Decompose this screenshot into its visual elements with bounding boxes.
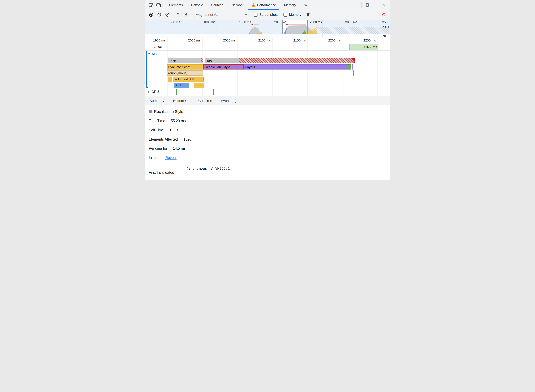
summary-row-value: 55.20 ms (171, 119, 186, 123)
tab-sources[interactable]: Sources (207, 0, 227, 10)
long-task-band (254, 24, 258, 25)
profile-select[interactable]: jlwagner.net #1 ▼ (193, 13, 249, 17)
devtools-tabbar: Elements Console Sources Network ! Perfo… (145, 0, 390, 10)
tab-event-log[interactable]: Event Log (216, 96, 241, 105)
long-task-marker (252, 24, 253, 25)
frames-track-label: Frames (150, 45, 162, 49)
tab-call-tree-label: Call Tree (198, 99, 212, 103)
details-tabbar: Summary Bottom-Up Call Tree Event Log (145, 96, 390, 105)
event-script-small[interactable] (168, 77, 172, 82)
event-legend: Recalculate Style (149, 109, 183, 114)
event-anonymous[interactable]: (anonymous) (167, 70, 203, 76)
collapse-open-icon: ▼ (148, 53, 150, 55)
tab-performance-label: Performance (257, 3, 276, 7)
gpu-activity (213, 89, 214, 95)
tab-performance[interactable]: ! Performance (248, 0, 280, 10)
first-invalidated-code: (anonymous) @ (186, 167, 215, 170)
event-sliver[interactable] (353, 70, 354, 76)
record-button[interactable] (147, 11, 155, 19)
event-task[interactable]: Task (168, 58, 203, 63)
device-toolbar-icon[interactable] (155, 1, 162, 9)
summary-row: Elements Affected 1520 (149, 137, 191, 141)
chevron-double-right-icon: » (304, 3, 307, 8)
profile-select-value: jlwagner.net #1 (195, 13, 218, 17)
selection-handle-right[interactable] (307, 20, 308, 34)
event-set-innerhtml[interactable]: set innerHTML (173, 77, 204, 82)
summary-row-label: Elements Affected (149, 137, 178, 141)
screenshots-checkbox[interactable] (254, 13, 258, 17)
tab-call-tree[interactable]: Call Tree (194, 96, 216, 105)
event-recalculate-style-selected[interactable]: Recalculate Style (203, 64, 244, 70)
event-paint[interactable] (347, 64, 351, 70)
event-label: (anonymous) (168, 71, 188, 75)
event-label: Task (206, 59, 213, 63)
initiator-reveal-link[interactable]: Reveal (165, 156, 177, 160)
track-divider (145, 89, 390, 89)
event-label: Recalculate Style (205, 65, 230, 69)
close-icon[interactable]: × (380, 1, 388, 9)
toolbar-separator (361, 2, 362, 8)
cpu-track-label: CPU (382, 26, 389, 29)
event-label: Task (169, 59, 176, 63)
screenshots-toggle[interactable]: Screenshots (254, 13, 278, 17)
summary-row-label: Total Time (149, 119, 165, 123)
first-invalidated-value: (anonymous) @ VM262:1 (186, 167, 230, 170)
first-invalidated-source-link[interactable]: VM262:1 (215, 167, 230, 170)
first-invalidated-label: First Invalidated (149, 170, 174, 175)
overview-tick: 3000 ms (334, 20, 357, 24)
memory-checkbox[interactable] (283, 13, 287, 17)
tab-elements[interactable]: Elements (165, 0, 187, 10)
clear-button[interactable] (163, 11, 172, 19)
gpu-track-header[interactable]: ▶ GPU (148, 90, 159, 94)
event-parse-html[interactable]: P...L (174, 83, 189, 88)
first-invalidated-label-row: First Invalidated (149, 170, 174, 175)
summary-row-value: 14.5 ms (173, 146, 186, 151)
overview-tick: 1000 ms (192, 20, 216, 24)
warning-icon: ! (252, 3, 256, 7)
tab-network[interactable]: Network (227, 0, 248, 10)
capture-settings-gear-icon[interactable]: ⚙ (380, 11, 388, 19)
frame-duration-block[interactable]: 116.7 ms (349, 44, 378, 50)
save-profile-icon[interactable] (182, 11, 190, 19)
menu-dots-icon[interactable]: ⋮ (372, 1, 380, 9)
summary-row: Self Time 19 µs (149, 128, 178, 132)
inspect-element-icon[interactable] (147, 1, 155, 9)
tab-memory[interactable]: Memory (280, 0, 300, 10)
summary-event-title: Recalculate Style (154, 109, 183, 114)
load-profile-icon[interactable] (174, 11, 182, 19)
event-layout[interactable]: Layout (244, 64, 347, 70)
settings-gear-icon[interactable]: ⚙ (363, 1, 371, 9)
ruler-tick: 2050 ms (212, 38, 236, 43)
initiator-label: Initiator (149, 156, 160, 160)
trash-icon[interactable] (304, 11, 312, 19)
ruler-tick: 2250 ms (352, 38, 376, 43)
event-script-small[interactable] (194, 83, 204, 88)
collapse-closed-icon: ▶ (148, 90, 150, 93)
event-task[interactable]: Task (205, 58, 355, 63)
main-track-header[interactable]: ▼ Main (148, 52, 160, 56)
overview-tick: 500 ms (157, 20, 180, 24)
selection-handle-left[interactable] (282, 20, 283, 34)
summary-row: Pending for 14.5 ms (149, 146, 186, 151)
tab-summary-label: Summary (150, 99, 164, 103)
ruler-tick: 2000 ms (177, 38, 201, 43)
main-track-selection-bracket (146, 51, 147, 88)
event-sliver[interactable] (352, 64, 353, 70)
tab-elements-label: Elements (169, 3, 183, 7)
timeline-overview[interactable]: 500 ms 1000 ms 1500 ms 2000 ms 2500 ms 3… (145, 20, 390, 38)
summary-panel: Recalculate Style Total Time 55.20 ms Se… (145, 105, 390, 180)
memory-toggle[interactable]: Memory (283, 13, 301, 17)
cpu-activity-hatch-band (314, 27, 389, 34)
devtools-window: Elements Console Sources Network ! Perfo… (145, 0, 390, 180)
event-evaluate-script[interactable]: Evaluate Script (167, 64, 203, 70)
event-sliver[interactable] (352, 70, 352, 76)
reload-and-record-button[interactable] (155, 11, 163, 19)
tab-console[interactable]: Console (187, 0, 207, 10)
more-tabs-button[interactable]: » (300, 0, 311, 10)
flame-chart[interactable]: 1950 ms 2000 ms 2050 ms 2100 ms 2150 ms … (145, 38, 390, 96)
tab-memory-label: Memory (284, 3, 296, 7)
tab-bottom-up[interactable]: Bottom-Up (169, 96, 194, 105)
tab-summary[interactable]: Summary (145, 96, 169, 105)
long-task-marker (286, 24, 287, 25)
overview-tick: 3500 (366, 20, 389, 24)
